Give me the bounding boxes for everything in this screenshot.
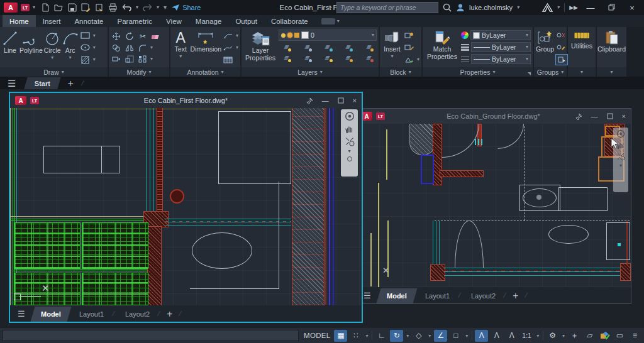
steering-wheel-icon[interactable] [616, 129, 625, 138]
model-space-label[interactable]: MODEL [304, 332, 330, 339]
zoom-extents-icon[interactable] [345, 136, 355, 146]
drawing-canvas-first-floor[interactable]: ✕ ▾ [10, 108, 362, 305]
ellipse-icon[interactable] [80, 43, 91, 53]
graphics-performance-icon[interactable] [598, 330, 611, 342]
layer-unlock-icon[interactable]: ≡ [343, 53, 353, 62]
mirror-icon[interactable] [124, 43, 135, 53]
layer-freeze-icon[interactable]: ≡ [323, 42, 333, 52]
tab-layout1[interactable]: Layout1 [415, 288, 460, 303]
close-app-button[interactable]: × [624, 3, 640, 13]
ungroup-icon[interactable] [555, 30, 567, 40]
erase-icon[interactable] [150, 31, 162, 41]
zoom-extents-icon[interactable] [616, 152, 625, 161]
maximize-window-button[interactable] [607, 113, 613, 119]
object-color-dropdown[interactable]: ByLayer ▾ [470, 30, 531, 40]
layout-menu-icon[interactable]: ☰ [13, 310, 30, 318]
search-input[interactable] [336, 2, 438, 13]
redo-caret-icon[interactable]: ▾ [157, 5, 159, 10]
snap-caret-icon[interactable]: ▾ [364, 333, 369, 339]
username[interactable]: luke.cholmsky [469, 4, 513, 11]
panel-label-modify[interactable]: Modify▾ [109, 67, 169, 77]
clean-screen-icon[interactable]: ▭ [613, 330, 626, 342]
linetype-dropdown[interactable]: ByLayer ▾ [471, 54, 531, 64]
circle-button[interactable]: Circle ▾ [44, 28, 61, 67]
close-window-button[interactable]: × [353, 97, 357, 104]
tab-insert[interactable]: Insert [36, 15, 68, 27]
panel-label-draw[interactable]: Draw▾ [0, 67, 108, 77]
layer-unisolate-icon[interactable]: ≡ [302, 53, 313, 62]
panel-label-annotation[interactable]: Annotation▾ [170, 67, 240, 77]
customization-plus-icon[interactable]: ＋ [568, 330, 581, 342]
pin-icon[interactable] [575, 113, 582, 120]
panel-label-groups[interactable]: Groups▾ [534, 67, 567, 77]
leader-style-caret-icon[interactable]: ▾ [236, 45, 238, 50]
layer-off-icon[interactable]: ≡ [281, 42, 292, 52]
user-menu-caret-icon[interactable]: ▾ [517, 5, 519, 10]
rectangle-icon[interactable] [80, 31, 91, 41]
new-layout-button[interactable]: ＋ [160, 308, 179, 320]
array-caret-icon[interactable]: ▾ [150, 57, 153, 62]
group-selection-icon[interactable] [555, 54, 568, 65]
stretch-icon[interactable] [111, 54, 122, 64]
osnap-caret-icon[interactable]: ▾ [464, 333, 469, 339]
layer-lock-icon[interactable]: ≡ [343, 42, 353, 52]
maximize-window-button[interactable] [338, 97, 344, 104]
polar-caret-icon[interactable]: ▾ [405, 333, 410, 339]
block-attr-caret-icon[interactable]: ▾ [417, 57, 419, 62]
scale-caret-icon[interactable]: ▾ [535, 333, 540, 339]
tab-output[interactable]: Output [228, 15, 264, 27]
object-snap-icon[interactable]: □ [449, 330, 462, 342]
layer-color-swatch[interactable] [301, 31, 309, 39]
layer-match-icon[interactable]: ≡ [364, 42, 374, 52]
new-drawing-button[interactable]: ＋ [61, 77, 80, 89]
hatch-caret-icon[interactable]: ▾ [93, 57, 96, 62]
open-folder-icon[interactable] [54, 3, 64, 12]
tab-manage[interactable]: Manage [189, 15, 229, 27]
table-icon[interactable] [223, 55, 234, 65]
trim-icon[interactable]: ✂ [137, 31, 148, 41]
undo-icon[interactable] [122, 4, 131, 11]
new-file-icon[interactable] [41, 3, 50, 12]
tab-layout2[interactable]: Layout2 [460, 288, 506, 303]
restore-app-button[interactable] [603, 3, 619, 13]
print-icon[interactable] [108, 3, 118, 12]
tab-home[interactable]: Home [3, 15, 36, 27]
minimize-window-button[interactable]: — [591, 112, 598, 120]
pin-icon[interactable] [306, 97, 313, 104]
group-edit-icon[interactable] [555, 42, 567, 52]
undo-caret-icon[interactable]: ▾ [136, 5, 138, 10]
text-button[interactable]: A Text ▾ [172, 28, 189, 67]
tab-annotate[interactable]: Annotate [67, 15, 110, 27]
file-tabs-menu-icon[interactable]: ☰ [3, 79, 21, 88]
tab-parametric[interactable]: Parametric [111, 15, 160, 27]
unlock-icon[interactable] [294, 33, 299, 38]
expand-toolbar-icon[interactable]: ▶▶ [569, 4, 578, 11]
isolate-objects-icon[interactable]: ▱ [583, 330, 596, 342]
search-expand-icon[interactable]: ▸ [330, 5, 332, 10]
auto-scale-icon[interactable]: Λ [490, 330, 503, 342]
tab-model[interactable]: Model [30, 307, 71, 322]
save-icon[interactable] [68, 3, 77, 12]
layer-walk-icon[interactable]: ≡ [364, 53, 374, 62]
edit-block-icon[interactable] [404, 43, 415, 53]
arc-button[interactable]: Arc ▾ [62, 28, 79, 67]
group-button[interactable]: Group [536, 28, 554, 67]
rotate-icon[interactable] [124, 31, 135, 41]
save-as-icon[interactable] [81, 3, 91, 12]
sun-icon[interactable] [287, 33, 292, 38]
create-block-icon[interactable] [404, 31, 415, 41]
layer-properties-button[interactable]: Layer Properties [243, 28, 277, 67]
hatch-icon[interactable] [80, 55, 91, 65]
tab-layout2[interactable]: Layout2 [114, 307, 160, 322]
layer-isolate-icon[interactable]: ≡ [302, 42, 313, 52]
rectangle-caret-icon[interactable]: ▾ [93, 33, 96, 38]
dialog-launcher-icon[interactable] [528, 72, 531, 75]
array-icon[interactable] [137, 54, 148, 64]
object-snap-tracking-icon[interactable]: ∠ [434, 330, 447, 342]
window1-title-bar[interactable]: A LT Eco Cabin_First Floor.dwg* — × [10, 93, 362, 108]
bulb-on-icon[interactable] [281, 33, 286, 38]
annotation-visibility-icon[interactable]: Λ [475, 330, 488, 342]
autodesk-menu-caret-icon[interactable]: ▾ [557, 5, 560, 10]
move-icon[interactable] [111, 31, 122, 41]
polar-tracking-icon[interactable]: ↻ [390, 330, 403, 342]
